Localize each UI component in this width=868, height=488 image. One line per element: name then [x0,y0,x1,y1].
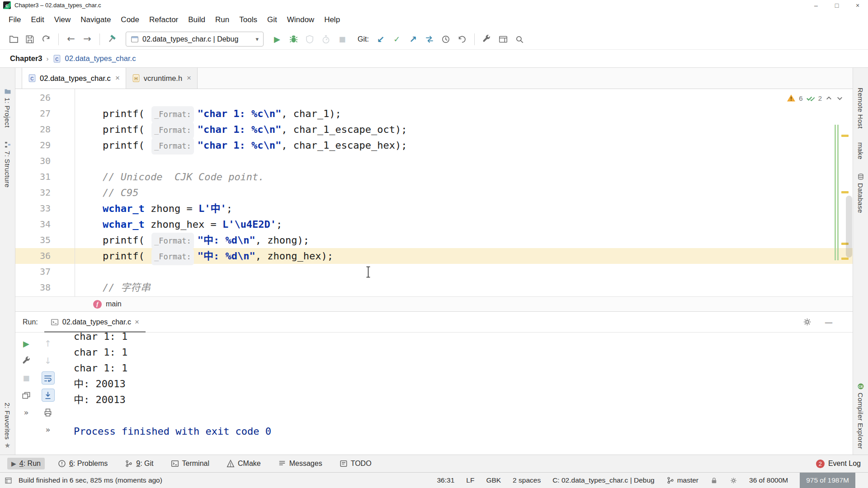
line-number-37[interactable]: 37 [15,264,75,280]
titlebar[interactable]: C Chapter3 – 02.data_types_char.c – □ × [0,0,868,10]
status-c-02-data-types-char-c-debug[interactable]: C: 02.data_types_char.c | Debug [552,476,654,484]
status-36-31[interactable]: 36:31 [437,476,454,484]
warning-stripe-mark[interactable] [841,135,849,137]
code-line-34[interactable]: 34 wchar_t zhong_hex = L'\u4E2D'; [15,216,853,232]
line-number-33[interactable]: 33 [15,201,75,216]
menu-help[interactable]: Help [319,15,345,24]
context-breadcrumb[interactable]: f main [15,296,853,311]
stop-button[interactable]: ■ [334,31,350,47]
code-line-28[interactable]: 28 printf( _Format:"char 1: %c\n", char_… [15,122,853,137]
hide-panel-icon[interactable]: — [825,318,833,326]
event-log-button[interactable]: 2 Event Log [816,460,861,468]
soft-wrap-button[interactable] [42,371,55,385]
editor-tab-vcruntime-h[interactable]: Hvcruntime.h× [126,68,198,89]
code-line-29[interactable]: 29 printf( _Format:"char 1: %c\n", char_… [15,137,853,153]
forward-button[interactable]: → [79,31,95,47]
menu-window[interactable]: Window [282,15,319,24]
search-everywhere-button[interactable] [511,31,528,47]
toolwindow-4-run[interactable]: ▶4: Run [7,458,45,469]
line-number-29[interactable]: 29 [15,137,75,153]
close-button[interactable]: × [847,0,868,10]
stop-console-button[interactable]: ■ [20,371,33,385]
code-line-38[interactable]: 38 // 字符串 [15,280,853,296]
code-line-36[interactable]: 36 printf( _Format:"中: %d\n", zhong_hex)… [15,248,853,264]
git-commit-button[interactable]: ✓ [389,31,405,47]
close-run-tab-icon[interactable]: × [135,318,139,327]
editor-tab-02-data-types-char-c[interactable]: C02.data_types_char.c× [22,68,126,89]
maximize-button[interactable]: □ [826,0,847,10]
editor-scrollbar[interactable] [846,196,852,258]
line-number-31[interactable]: 31 [15,169,75,185]
run-tab[interactable]: 02.data_types_char.c × [44,312,146,332]
close-tab-icon[interactable]: × [115,74,120,83]
code-line-31[interactable]: 31 // Unicode CJK Code point. [15,169,853,185]
line-number-28[interactable]: 28 [15,122,75,137]
toolwindow-terminal[interactable]: Terminal [167,458,213,469]
menu-git[interactable]: Git [262,15,282,24]
menu-tools[interactable]: Tools [234,15,262,24]
run-button[interactable]: ▶ [269,31,285,47]
line-number-32[interactable]: 32 [15,185,75,201]
lock-icon[interactable] [710,477,718,484]
toolwindow-todo[interactable]: TODO [335,458,376,469]
inspections-widget[interactable]: 6 2 [785,93,845,103]
code-line-30[interactable]: 30 [15,153,853,169]
rerun-button[interactable]: ▶ [20,337,33,350]
settings-gear-icon[interactable] [730,477,737,484]
minimize-button[interactable]: – [806,0,826,10]
toolwindow-messages[interactable]: Messages [274,458,326,469]
line-number-35[interactable]: 35 [15,232,75,248]
restore-layout-button[interactable] [20,389,33,402]
next-problem-icon[interactable] [836,94,844,102]
menu-build[interactable]: Build [183,15,210,24]
status-gbk[interactable]: GBK [486,476,501,484]
layout-button[interactable] [495,31,511,47]
prev-trace-button[interactable]: ↑ [42,337,55,350]
menu-view[interactable]: View [49,15,76,24]
run-config-selector[interactable]: 02.data_types_char.c | Debug▾ [126,32,264,47]
settings-wrench-button[interactable] [479,31,495,47]
prev-problem-icon[interactable] [825,94,833,102]
run-configuration-settings-button[interactable] [20,354,33,367]
scroll-to-end-button[interactable] [42,389,55,402]
git-push-button[interactable]: ↗ [405,31,421,47]
editor[interactable]: 2627 printf( _Format:"char 1: %c\n", cha… [15,89,853,296]
breadcrumb-file[interactable]: 02.data_types_char.c [65,54,136,63]
rollback-button[interactable] [454,31,470,47]
memory-indicator[interactable]: 975 of 1987M [800,473,855,488]
save-all-button[interactable] [22,31,38,47]
toolwindow-6-problems[interactable]: 6: Problems [54,458,112,469]
more-console-actions-button[interactable]: » [42,423,55,436]
run-panel-settings-gear-icon[interactable] [802,317,812,327]
close-tab-icon[interactable]: × [187,74,191,83]
git-branch-widget[interactable]: master [666,476,698,484]
git-update-button[interactable]: ↙ [373,31,389,47]
tool-stripe-2-favorites[interactable]: 2: Favorites★ [4,403,11,449]
code-line-32[interactable]: 32 // C95 [15,185,853,201]
back-button[interactable]: ← [63,31,79,47]
warning-stripe-mark[interactable] [841,258,849,260]
status-2-spaces[interactable]: 2 spaces [513,476,541,484]
tool-stripe-database[interactable]: Database [857,173,864,213]
menu-edit[interactable]: Edit [26,15,49,24]
code-line-37[interactable]: 37 [15,264,853,280]
line-number-27[interactable]: 27 [15,106,75,122]
tool-stripe-7-structure[interactable]: 7: Structure [4,141,11,188]
more-run-actions-button[interactable]: » [20,406,33,419]
toolwindow-cmake[interactable]: CMake [222,458,265,469]
code-line-33[interactable]: 33 wchar_t zhong = L'中'; [15,201,853,216]
menu-navigate[interactable]: Navigate [75,15,116,24]
run-with-coverage-button[interactable] [302,31,318,47]
breadcrumb-project[interactable]: Chapter3 [10,54,42,63]
menu-code[interactable]: Code [116,15,144,24]
next-trace-button[interactable]: ↓ [42,354,55,367]
tool-stripe-remote-host[interactable]: Remote Host [857,88,864,129]
line-number-36[interactable]: 36 [15,248,75,264]
line-number-38[interactable]: 38 [15,280,75,296]
toolwindow-9-git[interactable]: 9: Git [121,458,157,469]
menu-refactor[interactable]: Refactor [144,15,183,24]
toolwindow-toggle-icon[interactable] [5,477,12,484]
reload-from-disk-button[interactable] [38,31,54,47]
history-button[interactable] [438,31,454,47]
build-button[interactable] [104,31,120,47]
